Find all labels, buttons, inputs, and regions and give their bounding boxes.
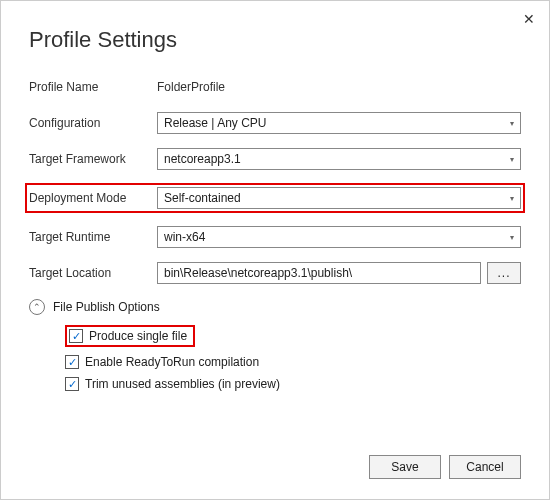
- row-target-framework: Target Framework netcoreapp3.1 ▾: [29, 147, 521, 171]
- dialog-title: Profile Settings: [29, 27, 521, 53]
- select-target-runtime-value: win-x64: [164, 230, 205, 244]
- label-target-framework: Target Framework: [29, 152, 157, 166]
- row-ready-to-run: ✓ Enable ReadyToRun compilation: [65, 355, 521, 369]
- file-publish-options-group: ✓ Produce single file ✓ Enable ReadyToRu…: [65, 325, 521, 391]
- value-profile-name: FolderProfile: [157, 80, 521, 94]
- row-single-file: ✓ Produce single file: [65, 325, 521, 347]
- expander-label: File Publish Options: [53, 300, 160, 314]
- save-button[interactable]: Save: [369, 455, 441, 479]
- ellipsis-icon: ...: [497, 266, 510, 280]
- label-ready-to-run: Enable ReadyToRun compilation: [85, 355, 259, 369]
- select-configuration-value: Release | Any CPU: [164, 116, 267, 130]
- input-target-location-value: bin\Release\netcoreapp3.1\publish\: [164, 266, 352, 280]
- select-target-framework-value: netcoreapp3.1: [164, 152, 241, 166]
- label-deployment-mode: Deployment Mode: [29, 191, 157, 205]
- select-target-runtime[interactable]: win-x64 ▾: [157, 226, 521, 248]
- label-target-runtime: Target Runtime: [29, 230, 157, 244]
- file-publish-options-expander[interactable]: ⌃ File Publish Options: [29, 299, 521, 315]
- label-configuration: Configuration: [29, 116, 157, 130]
- close-icon: ✕: [523, 11, 535, 27]
- input-target-location[interactable]: bin\Release\netcoreapp3.1\publish\: [157, 262, 481, 284]
- dialog-button-bar: Save Cancel: [369, 455, 521, 479]
- select-deployment-mode[interactable]: Self-contained ▾: [157, 187, 521, 209]
- row-deployment-mode: Deployment Mode Self-contained ▾: [25, 183, 525, 213]
- checkbox-ready-to-run[interactable]: ✓: [65, 355, 79, 369]
- chevron-down-icon: ▾: [510, 233, 514, 242]
- row-configuration: Configuration Release | Any CPU ▾: [29, 111, 521, 135]
- cancel-button[interactable]: Cancel: [449, 455, 521, 479]
- row-target-location: Target Location bin\Release\netcoreapp3.…: [29, 261, 521, 285]
- checkbox-trim[interactable]: ✓: [65, 377, 79, 391]
- label-single-file: Produce single file: [89, 329, 187, 343]
- row-target-runtime: Target Runtime win-x64 ▾: [29, 225, 521, 249]
- label-target-location: Target Location: [29, 266, 157, 280]
- select-deployment-mode-value: Self-contained: [164, 191, 241, 205]
- chevron-down-icon: ▾: [510, 119, 514, 128]
- chevron-down-icon: ▾: [510, 194, 514, 203]
- select-configuration[interactable]: Release | Any CPU ▾: [157, 112, 521, 134]
- chevron-up-icon: ⌃: [29, 299, 45, 315]
- profile-settings-dialog: ✕ Profile Settings Profile Name FolderPr…: [0, 0, 550, 500]
- checkbox-single-file[interactable]: ✓: [69, 329, 83, 343]
- chevron-down-icon: ▾: [510, 155, 514, 164]
- row-profile-name: Profile Name FolderProfile: [29, 75, 521, 99]
- label-trim: Trim unused assemblies (in preview): [85, 377, 280, 391]
- close-button[interactable]: ✕: [523, 11, 535, 27]
- label-profile-name: Profile Name: [29, 80, 157, 94]
- browse-button[interactable]: ...: [487, 262, 521, 284]
- row-trim: ✓ Trim unused assemblies (in preview): [65, 377, 521, 391]
- select-target-framework[interactable]: netcoreapp3.1 ▾: [157, 148, 521, 170]
